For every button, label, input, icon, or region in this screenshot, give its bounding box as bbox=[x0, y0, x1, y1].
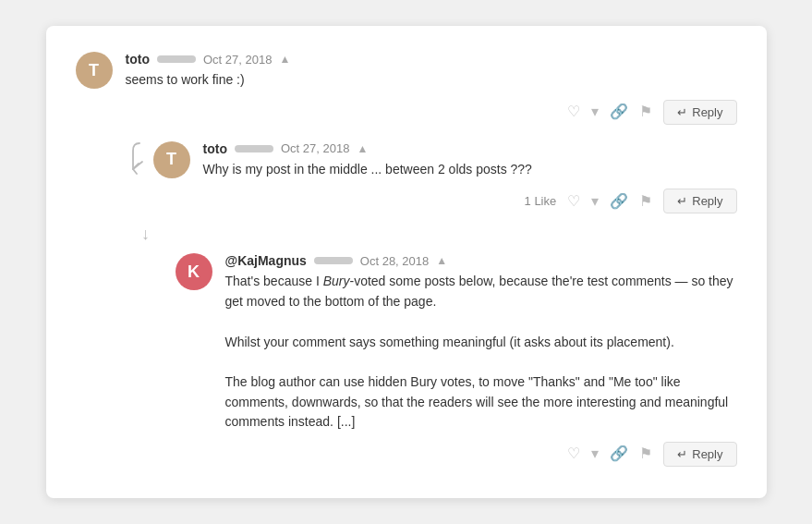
comment-3-actions: ♡ ▾ 🔗 ⚑ ↵ Reply bbox=[225, 442, 737, 467]
upvote-icon-3[interactable]: ▲ bbox=[436, 254, 447, 267]
comment-date-3: Oct 28, 2018 bbox=[360, 254, 429, 268]
nested-level2: K @KajMagnus Oct 28, 2018 ▲ That's becau… bbox=[176, 253, 737, 467]
reply-label-3: Reply bbox=[692, 447, 722, 461]
heart-icon-3[interactable]: ♡ bbox=[567, 446, 580, 461]
comment-date-2: Oct 27, 2018 bbox=[281, 141, 349, 155]
reply-button-3[interactable]: ↵ Reply bbox=[663, 442, 736, 467]
comment-1-meta: toto Oct 27, 2018 ▲ bbox=[126, 52, 737, 67]
avatar-comment-3: K bbox=[176, 253, 212, 290]
link-icon-1[interactable]: 🔗 bbox=[610, 104, 628, 119]
comment-date-1: Oct 27, 2018 bbox=[203, 53, 272, 67]
nested-level1: T toto Oct 27, 2018 ▲ Why is my post in … bbox=[126, 134, 737, 467]
comment-text-2: Why is my post in the middle ... between… bbox=[203, 160, 737, 180]
reply-arrow-icon-3: ↵ bbox=[677, 447, 687, 461]
reply-button-1[interactable]: ↵ Reply bbox=[663, 100, 736, 125]
heart-icon-1[interactable]: ♡ bbox=[567, 104, 580, 119]
flag-icon-2[interactable]: ⚑ bbox=[639, 194, 652, 209]
downvote-icon-1[interactable]: ▾ bbox=[591, 104, 599, 119]
comment-text-1: seems to work fine :) bbox=[126, 70, 737, 91]
author-dots-2 bbox=[235, 145, 273, 152]
comment-1: T toto Oct 27, 2018 ▲ seems to work fine… bbox=[76, 52, 737, 125]
avatar-comment-1: T bbox=[76, 52, 113, 89]
downvote-icon-3[interactable]: ▾ bbox=[591, 446, 599, 461]
comment-2: T toto Oct 27, 2018 ▲ Why is my post in … bbox=[153, 141, 737, 214]
comment-2-meta: toto Oct 27, 2018 ▲ bbox=[203, 141, 737, 156]
upvote-icon-2[interactable]: ▲ bbox=[357, 142, 368, 155]
author-name-2: toto bbox=[203, 141, 227, 156]
reply-button-2[interactable]: ↵ Reply bbox=[663, 189, 736, 213]
author-name-1: toto bbox=[126, 52, 150, 67]
comment-3-body: @KajMagnus Oct 28, 2018 ▲ That's because… bbox=[225, 253, 737, 467]
flag-icon-1[interactable]: ⚑ bbox=[639, 104, 652, 119]
comment-1-actions: ♡ ▾ 🔗 ⚑ ↵ Reply bbox=[126, 100, 737, 125]
connector-1: T toto Oct 27, 2018 ▲ Why is my post in … bbox=[126, 134, 737, 220]
comment-2-body: toto Oct 27, 2018 ▲ Why is my post in th… bbox=[203, 141, 737, 214]
downvote-icon-2[interactable]: ▾ bbox=[591, 194, 599, 209]
comment-2-wrapper: T toto Oct 27, 2018 ▲ Why is my post in … bbox=[153, 141, 737, 220]
comment-3-meta: @KajMagnus Oct 28, 2018 ▲ bbox=[225, 253, 737, 268]
flag-icon-3[interactable]: ⚑ bbox=[639, 446, 652, 461]
reply-label-1: Reply bbox=[692, 105, 722, 119]
heart-icon-2[interactable]: ♡ bbox=[567, 194, 580, 209]
upvote-icon-1[interactable]: ▲ bbox=[279, 53, 290, 66]
down-arrow-connector: ↓ bbox=[137, 223, 737, 244]
comment-text-3: That's because I Bury-voted some posts b… bbox=[225, 272, 737, 433]
italic-bury: Bury bbox=[323, 274, 350, 288]
author-dots-1 bbox=[157, 55, 196, 63]
comment-1-body: toto Oct 27, 2018 ▲ seems to work fine :… bbox=[126, 52, 737, 125]
reply-arrow-icon-2: ↵ bbox=[677, 194, 687, 208]
author-name-3: @KajMagnus bbox=[225, 253, 307, 268]
like-count-2: 1 Like bbox=[525, 194, 557, 208]
comment-2-actions: 1 Like ♡ ▾ 🔗 ⚑ ↵ Reply bbox=[203, 189, 737, 213]
down-arrow-icon: ↓ bbox=[137, 223, 155, 244]
curve-arrow-1 bbox=[126, 141, 153, 178]
comment-3: K @KajMagnus Oct 28, 2018 ▲ That's becau… bbox=[176, 253, 737, 467]
author-dots-3 bbox=[314, 257, 353, 264]
link-icon-3[interactable]: 🔗 bbox=[610, 446, 628, 461]
comments-card: T toto Oct 27, 2018 ▲ seems to work fine… bbox=[46, 26, 767, 498]
avatar-comment-2: T bbox=[153, 141, 190, 178]
link-icon-2[interactable]: 🔗 bbox=[610, 194, 628, 209]
reply-arrow-icon-1: ↵ bbox=[677, 105, 687, 119]
reply-label-2: Reply bbox=[692, 194, 722, 208]
